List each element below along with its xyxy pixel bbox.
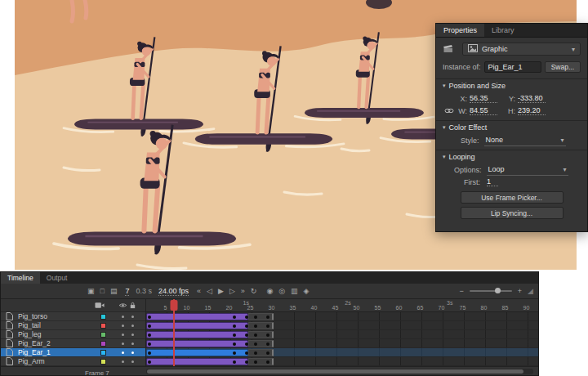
- layer-visibility-dot[interactable]: [118, 316, 127, 318]
- layer-lock-dot[interactable]: [127, 351, 137, 354]
- loop-options-dropdown[interactable]: Loop ▾: [487, 164, 568, 176]
- frame-ruler[interactable]: 1s2s3s 510152025303540455055606570758085…: [146, 299, 538, 312]
- layer-track[interactable]: [146, 330, 538, 339]
- clapperboard-icon: [443, 43, 454, 55]
- step-forward-icon[interactable]: ▷: [229, 288, 235, 295]
- swap-button[interactable]: Swap...: [545, 61, 581, 73]
- layer-panel: Pig_torsoPig_tailPig_legPig_Ear_2Pig_Ear…: [1, 299, 146, 366]
- lip-syncing-button[interactable]: Lip Syncing...: [461, 207, 564, 219]
- properties-tab-bar: PropertiesLibrary: [436, 24, 587, 38]
- frame-grid[interactable]: [146, 312, 538, 366]
- looping-section-header[interactable]: ▾ Looping: [436, 150, 587, 163]
- layer-visibility-dot[interactable]: [118, 325, 127, 327]
- keyframe-dot: [233, 342, 236, 346]
- tween-span[interactable]: [146, 322, 248, 329]
- layer-lock-dot[interactable]: [127, 316, 137, 318]
- properties-tab-library[interactable]: Library: [484, 24, 522, 37]
- chevron-down-icon: ▾: [564, 166, 567, 173]
- center-frame-icon[interactable]: ◈: [304, 288, 310, 295]
- panel-resize-icon[interactable]: ◢: [528, 288, 533, 295]
- add-camera-icon[interactable]: [95, 302, 105, 309]
- layer-visibility-dot[interactable]: [118, 342, 127, 345]
- insert-blank-keyframe-icon[interactable]: □: [100, 288, 105, 295]
- layer-track[interactable]: [146, 312, 538, 321]
- y-value[interactable]: -333.80: [518, 94, 546, 103]
- layer-row-pig_arm[interactable]: Pig_Arm: [1, 357, 145, 366]
- x-label: X:: [456, 95, 467, 103]
- layer-track[interactable]: [146, 339, 538, 348]
- scrollbar-thumb[interactable]: [147, 369, 523, 374]
- keyframe-dot: [233, 351, 236, 355]
- timeline-zoom-slider[interactable]: [470, 290, 512, 292]
- go-to-last-frame-icon[interactable]: »: [241, 288, 245, 295]
- timeline-tab-timeline[interactable]: Timeline: [1, 272, 40, 284]
- style-dropdown[interactable]: None ▾: [484, 135, 566, 146]
- layer-row-pig_ear_1[interactable]: Pig_Ear_1: [1, 348, 145, 357]
- zoom-in-icon[interactable]: +: [518, 288, 522, 295]
- layer-lock-dot[interactable]: [127, 325, 137, 327]
- timeline-tab-output[interactable]: Output: [40, 272, 74, 284]
- tween-span[interactable]: [146, 349, 248, 356]
- symbol-type-dropdown[interactable]: Graphic ▾: [462, 43, 581, 56]
- y-label: Y:: [504, 95, 515, 103]
- zoom-slider-thumb[interactable]: [495, 288, 501, 293]
- keyframe-dot: [233, 316, 236, 319]
- instance-name-field[interactable]: Pig_Ear_1: [484, 61, 541, 73]
- keyframe-dot: [266, 360, 270, 364]
- first-frame-value[interactable]: 1: [487, 177, 498, 186]
- step-back-icon[interactable]: ◁: [207, 288, 212, 295]
- link-width-height-icon[interactable]: [443, 107, 456, 114]
- h-value[interactable]: 239.20: [518, 106, 546, 115]
- use-frame-picker-button[interactable]: Use Frame Picker...: [461, 191, 564, 204]
- frame-number-label: 55: [374, 305, 381, 311]
- layer-row-pig_tail[interactable]: Pig_tail: [1, 321, 145, 330]
- insert-frame-icon[interactable]: ▤: [110, 288, 118, 295]
- play-icon[interactable]: ▶: [218, 288, 224, 295]
- layer-row-pig_leg[interactable]: Pig_leg: [1, 330, 145, 339]
- zoom-out-icon[interactable]: −: [460, 288, 464, 295]
- span-tail: [248, 322, 274, 329]
- playhead-handle[interactable]: [170, 300, 177, 311]
- collapse-triangle-icon: ▾: [443, 124, 446, 131]
- x-value[interactable]: 56.35: [470, 94, 497, 103]
- layer-track[interactable]: [146, 321, 538, 330]
- fps-field[interactable]: 24.00 fps: [158, 287, 189, 296]
- keyframe-dot: [266, 342, 270, 346]
- keyframe-dot: [148, 351, 151, 355]
- layer-row-pig_ear_2[interactable]: Pig_Ear_2: [1, 339, 145, 348]
- layer-lock-dot[interactable]: [127, 342, 137, 345]
- timeline-toolbar: ▣□▤ 7 0.3 s 24.00 fps «◁▶▷»↻ ◉◎▥◈ − + ◢: [1, 284, 538, 299]
- position-size-section-header[interactable]: ▾ Position and Size: [436, 78, 587, 92]
- insert-keyframe-icon[interactable]: ▣: [87, 288, 95, 295]
- go-to-first-frame-icon[interactable]: «: [197, 288, 201, 295]
- layer-lock-dot[interactable]: [127, 360, 137, 363]
- keyframe-dot: [254, 325, 257, 328]
- onion-skin-icon[interactable]: ◉: [266, 288, 273, 295]
- onion-skin-outlines-icon[interactable]: ◎: [278, 288, 285, 295]
- layer-track[interactable]: [146, 348, 538, 357]
- layer-row-pig_torso[interactable]: Pig_torso: [1, 312, 145, 321]
- edit-multiple-frames-icon[interactable]: ▥: [291, 288, 298, 295]
- tween-span[interactable]: [146, 331, 248, 338]
- tween-span[interactable]: [146, 340, 248, 347]
- keyframe-dot: [233, 360, 236, 364]
- layer-track[interactable]: [146, 357, 538, 366]
- layer-visibility-dot[interactable]: [118, 351, 127, 354]
- layer-visibility-dot[interactable]: [118, 360, 127, 363]
- tween-span[interactable]: [146, 358, 248, 365]
- current-frame-field[interactable]: 7: [125, 287, 129, 296]
- layer-lock-dot[interactable]: [127, 333, 137, 336]
- color-effect-section-header[interactable]: ▾ Color Effect: [436, 120, 587, 134]
- tween-span[interactable]: [146, 313, 248, 320]
- lock-unlock-all-layers-icon[interactable]: [127, 302, 137, 309]
- keyframe-dot: [148, 316, 151, 319]
- timeline-horizontal-scrollbar[interactable]: [146, 369, 533, 374]
- keyframe-dot: [266, 316, 270, 319]
- layer-name: Pig_Ear_1: [18, 348, 100, 356]
- layer-visibility-dot[interactable]: [118, 333, 127, 336]
- loop-playback-icon[interactable]: ↻: [251, 288, 257, 295]
- show-hide-all-layers-icon[interactable]: [118, 302, 127, 308]
- keyframe-dot: [148, 360, 151, 364]
- w-value[interactable]: 84.55: [470, 106, 497, 115]
- properties-tab-properties[interactable]: Properties: [436, 24, 484, 37]
